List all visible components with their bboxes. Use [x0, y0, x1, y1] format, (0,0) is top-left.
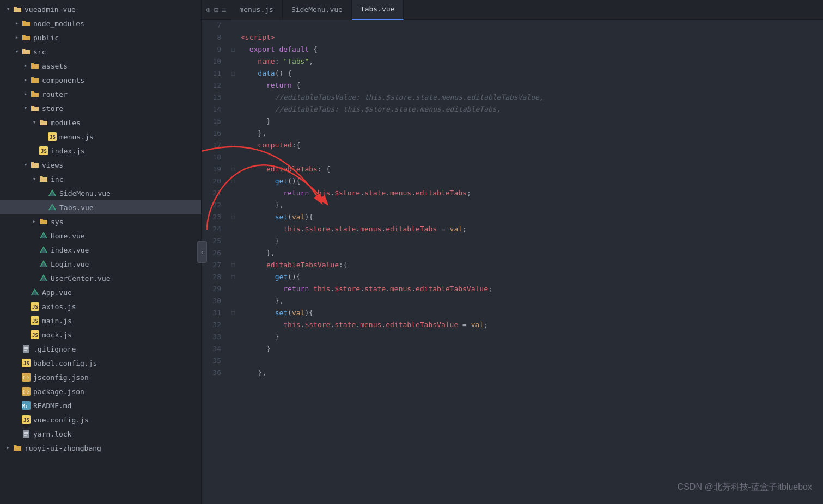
tree-arrow-login-vue — [31, 260, 38, 268]
tree-item-login-vue[interactable]: Login.vue — [0, 257, 201, 271]
tree-item-assets[interactable]: assets — [0, 59, 201, 73]
line-content-21[interactable]: return this.$store.state.menus.editableT… — [239, 187, 823, 199]
tree-item-components[interactable]: components — [0, 73, 201, 87]
line-content-33[interactable]: } — [239, 331, 823, 343]
tree-item-gitignore[interactable]: .gitignore — [0, 342, 201, 356]
code-line-29: 29 return this.$store.state.menus.editab… — [202, 283, 823, 295]
code-line-17: 17□ computed:{ — [202, 139, 823, 151]
line-gutter-11: □ — [228, 67, 239, 79]
tree-item-router[interactable]: router — [0, 87, 201, 101]
line-content-17[interactable]: computed:{ — [239, 139, 823, 151]
line-content-11[interactable]: data() { — [239, 67, 823, 79]
file-icon-home-vue — [39, 231, 48, 240]
tree-item-menus-js[interactable]: JSmenus.js — [0, 130, 201, 144]
tree-item-app-vue[interactable]: App.vue — [0, 285, 201, 299]
line-content-24[interactable]: this.$store.state.menus.editableTabs = v… — [239, 223, 823, 235]
tree-item-jsconfig-json[interactable]: { }jsconfig.json — [0, 370, 201, 384]
tree-item-public[interactable]: public — [0, 30, 201, 45]
line-content-12[interactable]: return { — [239, 79, 823, 91]
line-content-7[interactable] — [239, 20, 823, 32]
code-line-36: 36 }, — [202, 367, 823, 379]
line-gutter-34 — [228, 343, 239, 355]
tree-item-usercenter-vue[interactable]: UserCenter.vue — [0, 271, 201, 285]
tree-item-tabs-vue[interactable]: Tabs.vue — [0, 200, 201, 214]
menu-icon[interactable]: ≡ — [222, 5, 226, 14]
line-content-27[interactable]: editableTabsValue:{ — [239, 259, 823, 271]
folder-icon-inc — [39, 175, 48, 183]
tree-item-store[interactable]: store — [0, 101, 201, 115]
line-content-15[interactable]: } — [239, 115, 823, 127]
line-content-9[interactable]: export default { — [239, 44, 823, 56]
tree-item-ruoyi-ui-zhongbang[interactable]: ruoyi-ui-zhongbang — [0, 441, 201, 455]
line-gutter-29 — [228, 283, 239, 295]
tree-item-sidemenu-vue[interactable]: SideMenu.vue — [0, 186, 201, 200]
line-content-13[interactable]: //editableTabsValue: this.$store.state.m… — [239, 91, 823, 103]
tree-item-index-vue[interactable]: index.vue — [0, 243, 201, 257]
tree-item-yarn-lock[interactable]: yarn.lock — [0, 427, 201, 441]
collapse-sidebar-button[interactable]: ‹ — [197, 241, 207, 263]
line-content-25[interactable]: } — [239, 235, 823, 247]
line-content-19[interactable]: editableTabs: { — [239, 163, 823, 175]
tree-label-sys: sys — [51, 218, 63, 225]
tree-item-home-vue[interactable]: Home.vue — [0, 229, 201, 243]
tree-item-vueadmin-vue[interactable]: vueadmin-vue — [0, 2, 201, 16]
line-content-35[interactable] — [239, 355, 823, 367]
line-content-26[interactable]: }, — [239, 247, 823, 259]
tree-arrow-modules — [31, 119, 38, 126]
line-content-31[interactable]: set(val){ — [239, 307, 823, 319]
line-content-28[interactable]: get(){ — [239, 271, 823, 283]
line-content-23[interactable]: set(val){ — [239, 211, 823, 223]
tree-item-package-json[interactable]: { }package.json — [0, 384, 201, 398]
file-icon-app-vue — [31, 288, 39, 297]
line-content-20[interactable]: get(){ — [239, 175, 823, 187]
line-content-18[interactable] — [239, 151, 823, 163]
add-tab-icon[interactable]: ⊕ — [206, 5, 210, 14]
line-content-22[interactable]: }, — [239, 199, 823, 211]
split-icon[interactable]: ⊡ — [214, 5, 218, 14]
code-line-8: 8<script> — [202, 32, 823, 44]
code-editor[interactable]: 7 8<script>9□ export default {10 name: "… — [202, 20, 823, 504]
line-gutter-36 — [228, 367, 239, 379]
line-content-10[interactable]: name: "Tabs", — [239, 56, 823, 67]
tree-arrow-menus-js — [39, 133, 47, 140]
tree-item-mock-js[interactable]: JSmock.js — [0, 328, 201, 342]
tree-item-babel-config[interactable]: JSbabel.config.js — [0, 356, 201, 370]
line-content-16[interactable]: }, — [239, 127, 823, 139]
tab-tabs-vue[interactable]: Tabs.vue — [352, 0, 404, 20]
folder-icon-vueadmin-vue — [13, 5, 22, 14]
line-gutter-10 — [228, 56, 239, 67]
line-content-29[interactable]: return this.$store.state.menus.editableT… — [239, 283, 823, 295]
line-number-30: 30 — [202, 295, 228, 307]
tree-item-main-js[interactable]: JSmain.js — [0, 314, 201, 328]
code-line-27: 27□ editableTabsValue:{ — [202, 259, 823, 271]
line-number-12: 12 — [202, 79, 228, 91]
file-icon-menus-js: JS — [48, 132, 57, 141]
svg-text:{ }: { } — [22, 376, 29, 380]
line-number-18: 18 — [202, 151, 228, 163]
code-line-30: 30 }, — [202, 295, 823, 307]
line-content-32[interactable]: this.$store.state.menus.editableTabsValu… — [239, 319, 823, 331]
tree-item-sys[interactable]: sys — [0, 214, 201, 229]
tree-item-readme-md[interactable]: M↓README.md — [0, 398, 201, 413]
tab-sidemenu-vue[interactable]: SideMenu.vue — [283, 0, 352, 20]
tree-label-readme-md: README.md — [33, 402, 71, 409]
tree-item-src[interactable]: src — [0, 45, 201, 59]
tree-item-vue-config-js[interactable]: JSvue.config.js — [0, 413, 201, 427]
line-content-36[interactable]: }, — [239, 367, 823, 379]
tree-label-modules: modules — [51, 119, 81, 126]
tree-item-node_modules[interactable]: node_modules — [0, 16, 201, 30]
line-content-30[interactable]: }, — [239, 295, 823, 307]
line-content-8[interactable]: <script> — [239, 32, 823, 44]
line-number-15: 15 — [202, 115, 228, 127]
tree-item-axios-js[interactable]: JSaxios.js — [0, 299, 201, 314]
tab-menus-js[interactable]: menus.js — [230, 0, 283, 20]
tree-item-index-js-store[interactable]: JSindex.js — [0, 144, 201, 158]
tree-item-inc[interactable]: inc — [0, 172, 201, 186]
tree-label-yarn-lock: yarn.lock — [33, 431, 71, 438]
file-icon-vue-config-js: JS — [22, 415, 31, 424]
tree-item-views[interactable]: views — [0, 158, 201, 172]
tree-item-modules[interactable]: modules — [0, 115, 201, 130]
line-content-14[interactable]: //editableTabs: this.$store.state.menus.… — [239, 103, 823, 115]
line-content-34[interactable]: } — [239, 343, 823, 355]
svg-text:JS: JS — [23, 361, 29, 366]
